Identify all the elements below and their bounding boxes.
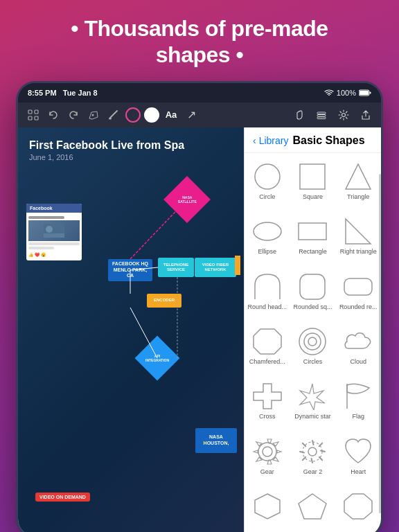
round-head-label: Round head... xyxy=(248,303,287,311)
back-button[interactable]: ‹ xyxy=(253,135,256,146)
shape-flag[interactable]: Flag xyxy=(335,375,381,430)
share-button[interactable] xyxy=(357,107,374,123)
hand-icon xyxy=(294,109,305,121)
text-tool-button[interactable]: Aa xyxy=(163,107,179,123)
chamfered-shape-svg xyxy=(252,328,283,355)
settings-button[interactable] xyxy=(335,107,352,123)
arrow-tool-button[interactable]: ↗ xyxy=(183,107,200,123)
dynamic-star-shape-svg xyxy=(297,382,328,410)
svg-rect-27 xyxy=(300,274,325,299)
circles-shape-svg xyxy=(297,328,328,355)
undo-icon xyxy=(48,109,59,121)
ellipse-label: Ellipse xyxy=(258,248,277,256)
svg-point-31 xyxy=(304,333,321,350)
svg-point-14 xyxy=(46,226,53,233)
reaction-like: 👍 xyxy=(28,252,33,257)
header-section: Thousands of pre-made shapes xyxy=(0,0,399,81)
shape-gear2[interactable]: Gear 2 xyxy=(290,431,336,486)
shape-circles[interactable]: Circles xyxy=(290,321,336,375)
svg-point-7 xyxy=(92,114,94,116)
square-label: Square xyxy=(303,193,323,201)
shape-ellipse[interactable]: Ellipse xyxy=(245,211,290,265)
video-fiber-box: VIDEO FIBERNETWORK xyxy=(195,258,236,277)
triangle-shape-svg xyxy=(343,163,373,190)
cross-label: Cross xyxy=(259,413,276,420)
pentagon-shape-svg xyxy=(297,493,328,520)
shape-rounded-rect[interactable]: Rounded re... xyxy=(335,266,381,321)
library-breadcrumb[interactable]: Library xyxy=(259,135,289,146)
shape-right-triangle[interactable]: Right triangle xyxy=(335,211,381,265)
shape-square[interactable]: Square xyxy=(290,156,336,211)
ipad-device: 8:55 PM Tue Jan 8 100% xyxy=(0,81,399,532)
svg-rect-4 xyxy=(35,110,38,114)
social-photo xyxy=(28,220,80,241)
shape-heart[interactable]: Heart xyxy=(335,431,381,486)
heart-shape-svg xyxy=(343,438,373,466)
facebook-hq-box: FACEBOOK HQMENLO PARK, CA xyxy=(108,259,152,281)
rounded-sq-label: Rounded sq... xyxy=(293,303,332,311)
share-icon xyxy=(360,109,371,121)
svg-marker-38 xyxy=(255,494,280,519)
shape-hexagon[interactable] xyxy=(245,486,290,532)
svg-point-34 xyxy=(263,447,272,456)
grid-tool-button[interactable] xyxy=(25,107,42,123)
telephone-service-box: TELEPHONESERVICE xyxy=(158,258,194,277)
svg-rect-15 xyxy=(44,233,64,238)
right-triangle-shape-svg xyxy=(343,218,373,245)
gear2-shape-svg xyxy=(297,438,328,466)
shape-gear[interactable]: Gear xyxy=(245,431,290,486)
svg-point-35 xyxy=(258,443,276,461)
hand-tool-button[interactable] xyxy=(291,107,308,123)
shape-circle[interactable]: Circle xyxy=(245,156,290,211)
reaction-heart: ❤️ xyxy=(35,252,39,257)
round-head-shape-svg xyxy=(252,273,283,301)
pen-tool-button[interactable] xyxy=(85,107,102,123)
svg-rect-28 xyxy=(344,278,372,295)
svg-marker-23 xyxy=(346,164,371,189)
dynamic-star-label: Dynamic star xyxy=(294,413,331,420)
shape-cross[interactable]: Cross xyxy=(245,375,290,430)
flag-shape-svg xyxy=(343,382,373,410)
shape-rectangle[interactable]: Rectangle xyxy=(290,211,336,265)
shape-chamfered[interactable]: Chamfered... xyxy=(245,321,290,375)
redo-button[interactable] xyxy=(65,107,82,123)
yellow-accent xyxy=(235,256,240,275)
canvas-area[interactable]: First Facebook Live from Spa June 1, 201… xyxy=(18,127,244,532)
svg-point-30 xyxy=(299,328,326,355)
gear-label: Gear xyxy=(260,468,274,476)
shape-rounded-square[interactable]: Rounded sq... xyxy=(290,266,336,321)
nasa-satellite-box: NASASATELLITE xyxy=(163,176,211,223)
triangle-label: Triangle xyxy=(347,193,369,201)
undo-button[interactable] xyxy=(45,107,62,123)
panel-header: ‹ Library Basic Shapes xyxy=(245,127,381,153)
brush-tool-button[interactable] xyxy=(105,107,122,123)
layers-button[interactable] xyxy=(313,107,330,123)
svg-rect-5 xyxy=(28,116,32,120)
shape-octagon[interactable] xyxy=(335,486,381,532)
encoder-box: ENCODER xyxy=(147,294,181,308)
svg-rect-1 xyxy=(370,91,371,94)
circle-tool-button[interactable] xyxy=(125,107,141,123)
svg-point-12 xyxy=(342,113,346,116)
redo-icon xyxy=(68,109,79,121)
video-demand-button[interactable]: VIDEO ON DEMAND xyxy=(35,493,90,502)
circle-label: Circle xyxy=(259,193,275,201)
svg-rect-6 xyxy=(35,116,38,120)
cross-shape-svg xyxy=(252,382,283,410)
svg-point-37 xyxy=(303,442,322,461)
shape-cloud[interactable]: Cloud xyxy=(335,321,381,375)
shape-pentagon[interactable] xyxy=(290,486,336,532)
pen-icon xyxy=(87,109,100,121)
shape-dynamic-star[interactable]: Dynamic star xyxy=(290,375,336,430)
brush-icon xyxy=(107,109,120,121)
shape-triangle[interactable]: Triangle xyxy=(335,156,381,211)
svg-point-36 xyxy=(308,447,317,456)
settings-icon xyxy=(338,109,349,121)
shape-round-head[interactable]: Round head... xyxy=(245,266,290,321)
square-shape-svg xyxy=(297,163,328,190)
fill-tool-button[interactable] xyxy=(144,107,159,123)
svg-rect-10 xyxy=(317,114,326,116)
circles-label: Circles xyxy=(303,358,323,366)
rounded-rect-label: Rounded re... xyxy=(339,303,378,311)
ellipse-shape-svg xyxy=(252,218,283,245)
